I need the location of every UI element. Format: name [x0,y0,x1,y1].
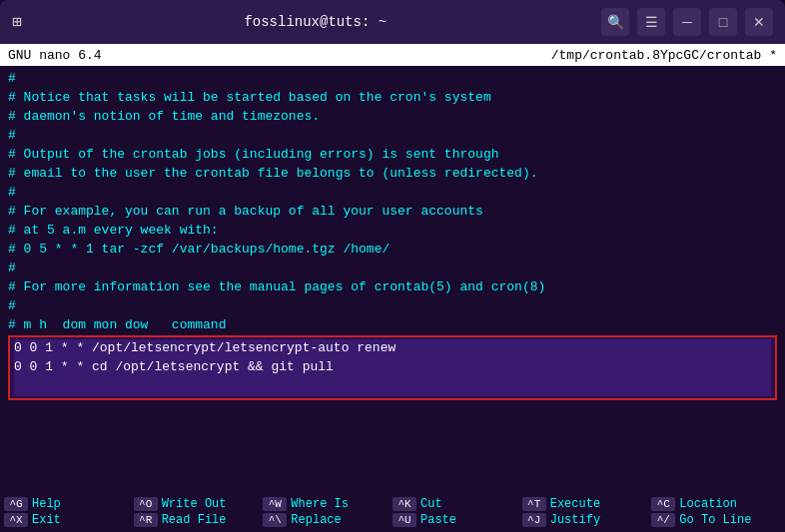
shortcut-label: Help [32,497,61,511]
shortcut-label: Cut [420,497,442,511]
editor-line: # m h dom mon dow command [8,316,777,335]
menu-button[interactable]: ☰ [637,8,665,36]
shortcut-key: ^\ [263,513,287,527]
shortcut-label: Location [679,497,737,511]
editor-line: # 0 5 * * 1 tar -zcf /var/backups/home.t… [8,241,777,260]
shortcut-execute: ^T Execute [522,497,648,511]
window-controls: 🔍 ☰ ─ □ ✕ [601,8,773,36]
editor-line: # email to the user the crontab file bel… [8,165,777,184]
terminal-window: ⊞ fosslinux@tuts: ~ 🔍 ☰ ─ □ ✕ GNU nano 6… [0,0,785,532]
shortcut-paste: ^U Paste [392,513,518,527]
selected-text-block: 0 0 1 * * /opt/letsencrypt/letsencrypt-a… [8,335,777,400]
shortcut-key: ^X [4,513,28,527]
shortcut-label: Execute [550,497,600,511]
shortcut-label: Replace [291,513,341,527]
editor-line: # [8,184,777,203]
shortcut-label: Go To Line [679,513,751,527]
shortcut-key: ^T [522,497,546,511]
shortcut-justify: ^J Justify [522,513,648,527]
editor-content[interactable]: # # Notice that tasks will be started ba… [0,66,785,484]
editor-line: # Notice that tasks will be started base… [8,89,777,108]
shortcut-help: ^G Help [4,497,130,511]
shortcut-key: ^R [134,513,158,527]
shortcut-label: Write Out [162,497,227,511]
window-title: fosslinux@tuts: ~ [244,14,387,30]
nano-version: GNU nano 6.4 [8,48,102,63]
shortcut-label: Where Is [291,497,349,511]
shortcut-key: ^J [522,513,546,527]
shortcut-replace: ^\ Replace [263,513,389,527]
editor-line: # Output of the crontab jobs (including … [8,146,777,165]
editor-line: # For example, you can run a backup of a… [8,203,777,222]
editor-line: # [8,297,777,316]
shortcut-row-1: ^G Help ^O Write Out ^W Where Is ^K Cut … [0,496,785,512]
title-bar-left: ⊞ [12,12,30,32]
shortcut-location: ^C Location [651,497,777,511]
shortcut-key: ^K [392,497,416,511]
editor-line: # at 5 a.m every week with: [8,222,777,241]
editor-line: # [8,260,777,278]
selected-line-empty [14,377,771,396]
editor-line: # [8,70,777,89]
shortcut-writeout: ^O Write Out [134,497,260,511]
title-bar: ⊞ fosslinux@tuts: ~ 🔍 ☰ ─ □ ✕ [0,0,785,44]
shortcut-row-2: ^X Exit ^R Read File ^\ Replace ^U Paste… [0,512,785,528]
nano-footer: ^G Help ^O Write Out ^W Where Is ^K Cut … [0,484,785,532]
shortcut-label: Justify [550,513,600,527]
shortcut-key: ^C [651,497,675,511]
pin-icon: ⊞ [12,12,22,32]
shortcut-gotoline: ^/ Go To Line [651,513,777,527]
nano-filename: /tmp/crontab.8YpcGC/crontab * [551,48,777,63]
search-button[interactable]: 🔍 [601,8,629,36]
shortcut-key: ^W [263,497,287,511]
shortcut-key: ^O [134,497,158,511]
shortcut-key: ^U [392,513,416,527]
nano-header: GNU nano 6.4 /tmp/crontab.8YpcGC/crontab… [0,44,785,66]
shortcut-whereis: ^W Where Is [263,497,389,511]
editor-line: # daemon's notion of time and timezones. [8,108,777,127]
shortcut-label: Paste [420,513,456,527]
close-button[interactable]: ✕ [745,8,773,36]
shortcut-key: ^/ [651,513,675,527]
shortcut-label: Exit [32,513,61,527]
shortcut-label: Read File [162,513,227,527]
maximize-button[interactable]: □ [709,8,737,36]
shortcut-exit: ^X Exit [4,513,130,527]
minimize-button[interactable]: ─ [673,8,701,36]
shortcut-readfile: ^R Read File [134,513,260,527]
editor-line: # For more information see the manual pa… [8,278,777,297]
shortcut-cut: ^K Cut [392,497,518,511]
selected-line: 0 0 1 * * /opt/letsencrypt/letsencrypt-a… [14,339,771,358]
editor-line: # [8,127,777,146]
shortcut-key: ^G [4,497,28,511]
selected-line: 0 0 1 * * cd /opt/letsencrypt && git pul… [14,358,771,377]
